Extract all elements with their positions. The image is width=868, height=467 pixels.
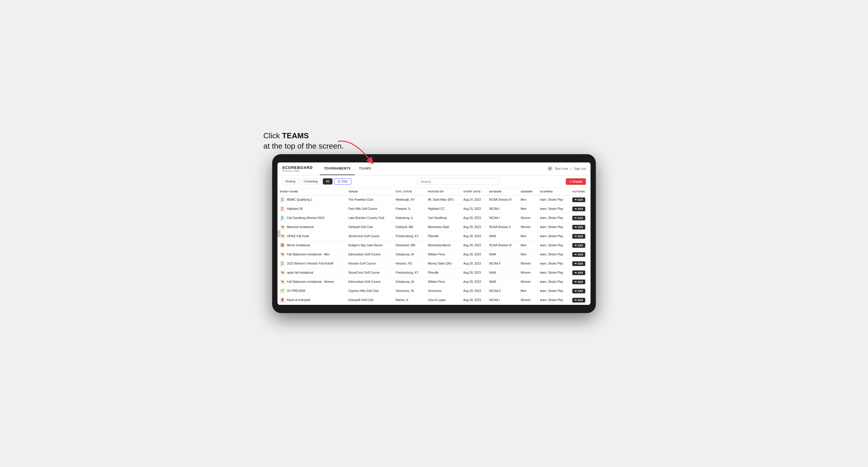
cell-division-8: NAIA [487, 268, 519, 277]
cell-gender-11: Women [519, 295, 537, 305]
cell-venue-5: Ruttger's Bay Lake Resort [346, 241, 393, 250]
hosting-tab[interactable]: Hosting [282, 178, 299, 185]
toolbar: Hosting Competing All ☰ Filter + Create [277, 176, 591, 188]
cell-hosted-2: Carl Sandburg [426, 213, 461, 222]
edit-button-3[interactable]: ✏ Edit [572, 225, 585, 229]
event-name-text-6: Fall Statesmen Invitational - Men [287, 253, 330, 256]
cell-event-name-9: 🐄 Fall Statesmen Invitational - Women [277, 277, 346, 286]
cell-division-0: NCAA Division III [487, 195, 519, 204]
cell-hosted-7: Murray State (OK) [426, 259, 461, 268]
cell-event-name-2: 🏌️ Carl Sandburg Women FA23 [277, 213, 346, 222]
edit-button-0[interactable]: ✏ Edit [572, 197, 585, 202]
cell-gender-9: Women [519, 277, 537, 286]
cell-gender-3: Women [519, 222, 537, 231]
edit-button-4[interactable]: ✏ Edit [572, 234, 585, 239]
col-actions: ACTIONS [570, 188, 591, 195]
search-input[interactable] [417, 178, 500, 185]
event-name-text-2: Carl Sandburg Women FA23 [287, 216, 324, 220]
event-icon-0: 🏌️ [280, 197, 285, 203]
edit-icon-10: ✏ [575, 289, 577, 292]
cell-date-11: Aug 28, 2023 [461, 295, 487, 305]
edit-button-11[interactable]: ✏ Edit [572, 298, 585, 303]
event-name-text-1: Highland 36 [287, 207, 303, 210]
tournaments-table: EVENT NAME VENUE CITY, STATE HOSTED BY S… [277, 188, 591, 305]
event-name-text-5: Morris Invitational [287, 244, 310, 247]
settings-icon[interactable]: ⚙ [548, 166, 552, 171]
edit-button-2[interactable]: ✏ Edit [572, 216, 585, 220]
cell-hosted-6: William Penn [426, 250, 461, 259]
col-city-state: CITY, STATE [393, 188, 426, 195]
cell-division-2: NICAA I [487, 213, 519, 222]
cell-gender-5: Men [519, 241, 537, 250]
tab-teams[interactable]: TEAMS [355, 162, 375, 175]
competing-tab[interactable]: Competing [301, 178, 321, 185]
cell-venue-11: Kokopelli Golf Club [346, 295, 393, 305]
cell-scoring-1: team, Stroke Play [537, 204, 570, 213]
cell-actions-7: ✏ Edit [570, 259, 591, 268]
outer-wrapper: Click TEAMS at the top of the screen. › … [272, 154, 596, 313]
all-tab[interactable]: All [323, 178, 333, 185]
col-division: DIVISION [487, 188, 519, 195]
edit-button-1[interactable]: ✏ Edit [572, 207, 585, 211]
col-start-date: START DATE [461, 188, 487, 195]
cell-event-name-3: 🐄 Maverick Invitational [277, 222, 346, 231]
cell-gender-7: Women [519, 259, 537, 268]
edit-button-8[interactable]: ✏ Edit [572, 271, 585, 275]
filter-button[interactable]: ☰ Filter [334, 178, 351, 185]
table-row: 🐄 Maverick Invitational Faribault Golf C… [277, 222, 591, 231]
search-wrap [353, 178, 564, 185]
cell-date-4: Aug 28, 2023 [461, 231, 487, 241]
cell-city-10: Vincennes, IN [393, 286, 426, 295]
cell-actions-0: ✏ Edit [570, 195, 591, 204]
cell-city-9: Oskaloosa, IA [393, 277, 426, 286]
cell-date-5: Aug 28, 2023 [461, 241, 487, 250]
event-name-text-8: upike fall invitational [287, 271, 313, 274]
cell-gender-0: Men [519, 195, 537, 204]
edit-button-6[interactable]: ✏ Edit [572, 252, 585, 257]
table-row: 🐄 UPIKE Fall Invite StoneCrest Golf Cour… [277, 231, 591, 241]
cell-event-name-6: 🐄 Fall Statesmen Invitational - Men [277, 250, 346, 259]
edit-button-7[interactable]: ✏ Edit [572, 261, 585, 266]
event-name-text-11: Klash at Kokopelli [287, 299, 310, 302]
col-venue: VENUE [346, 188, 393, 195]
edit-icon-0: ✏ [575, 198, 577, 201]
cell-gender-2: Women [519, 213, 537, 222]
user-name: Test User [555, 167, 568, 170]
event-icon-2: 🏌️ [280, 215, 285, 221]
cell-division-4: NAIA [487, 231, 519, 241]
cell-date-9: Aug 28, 2023 [461, 277, 487, 286]
edit-button-9[interactable]: ✏ Edit [572, 280, 585, 284]
cell-event-name-11: 🏺 Klash at Kokopelli [277, 295, 346, 305]
cell-date-6: Aug 28, 2023 [461, 250, 487, 259]
cell-actions-8: ✏ Edit [570, 268, 591, 277]
cell-gender-4: Men [519, 231, 537, 241]
event-name-text-4: UPIKE Fall Invite [287, 235, 309, 238]
cell-actions-10: ✏ Edit [570, 286, 591, 295]
cell-scoring-4: team, Stroke Play [537, 231, 570, 241]
create-button[interactable]: + Create [566, 178, 586, 185]
sidebar-toggle[interactable]: › [277, 230, 280, 237]
edit-icon-3: ✏ [575, 226, 577, 229]
table-header-row: EVENT NAME VENUE CITY, STATE HOSTED BY S… [277, 188, 591, 195]
cell-gender-10: Men [519, 286, 537, 295]
cell-hosted-5: Minnesota-Morris [426, 241, 461, 250]
edit-button-5[interactable]: ✏ Edit [572, 243, 585, 248]
table-row: 🏌️ MSMC Qualifying 1 The Powelton Club N… [277, 195, 591, 204]
edit-icon-11: ✏ [575, 299, 577, 302]
cell-venue-10: Cypress Hills Golf Club [346, 286, 393, 295]
edit-button-10[interactable]: ✏ Edit [572, 289, 585, 293]
cell-actions-5: ✏ Edit [570, 241, 591, 250]
table-row: 🏌️ 2023 Women's Hesston Fall Kickoff Hes… [277, 259, 591, 268]
edit-icon-5: ✏ [575, 244, 577, 247]
cell-hosted-3: Minnesota State [426, 222, 461, 231]
cell-city-7: Hesston, KS [393, 259, 426, 268]
cell-event-name-8: 🐄 upike fall invitational [277, 268, 346, 277]
signout-link[interactable]: Sign out [574, 167, 586, 170]
tab-tournaments[interactable]: TOURNAMENTS [320, 162, 355, 175]
cell-event-name-10: 🌱 VU PREVIEW [277, 286, 346, 295]
cell-city-1: Freeport, IL [393, 204, 426, 213]
cell-gender-8: Women [519, 268, 537, 277]
cell-division-6: NAIA [487, 250, 519, 259]
cell-scoring-11: team, Stroke Play [537, 295, 570, 305]
col-scoring: SCORING [537, 188, 570, 195]
